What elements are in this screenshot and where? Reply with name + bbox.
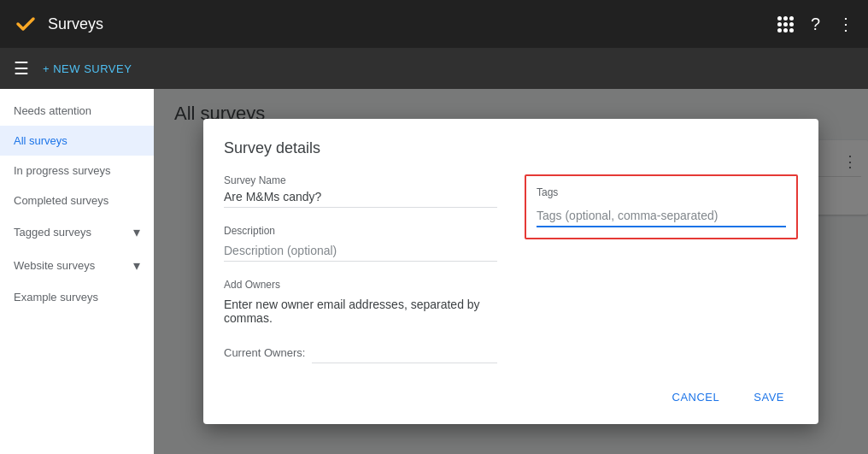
survey-name-label: Survey Name [224, 174, 497, 186]
main-layout: Needs attention All surveys In progress … [0, 89, 868, 454]
app-title: Surveys [48, 15, 767, 33]
tags-box: Tags [525, 174, 798, 239]
sidebar-item-label: Tagged surveys [14, 226, 91, 239]
sidebar-item-in-progress[interactable]: In progress surveys [0, 156, 154, 186]
help-icon[interactable]: ? [811, 15, 820, 34]
current-owners-row: Current Owners: [224, 342, 497, 363]
tags-label: Tags [537, 186, 786, 198]
sidebar-item-example[interactable]: Example surveys [0, 282, 154, 312]
sidebar-item-label: Needs attention [14, 104, 91, 117]
top-bar-icons: ? ⋮ [777, 14, 854, 34]
dialog-title: Survey details [224, 139, 798, 157]
current-owners-input[interactable] [312, 342, 497, 363]
save-button[interactable]: SAVE [740, 384, 798, 410]
sidebar-item-tagged[interactable]: Tagged surveys ▾ [0, 215, 154, 249]
sidebar-item-label: Website surveys [14, 259, 95, 272]
sidebar-item-website[interactable]: Website surveys ▾ [0, 249, 154, 282]
new-survey-button[interactable]: + NEW SURVEY [43, 62, 132, 75]
description-input[interactable] [224, 240, 497, 262]
description-label: Description [224, 225, 497, 237]
sidebar-item-label: Example surveys [14, 291, 98, 304]
add-owners-field-group: Add Owners Enter new owner email address… [224, 279, 497, 363]
sidebar-item-label: All surveys [14, 134, 67, 147]
sidebar-item-completed[interactable]: Completed surveys [0, 186, 154, 215]
sidebar-item-label: Completed surveys [14, 194, 108, 207]
chevron-down-icon: ▾ [133, 224, 140, 240]
apps-icon[interactable] [777, 16, 794, 32]
sidebar: Needs attention All surveys In progress … [0, 89, 154, 454]
sidebar-item-all-surveys[interactable]: All surveys [0, 126, 154, 156]
add-owners-label: Add Owners [224, 279, 497, 291]
hamburger-icon[interactable]: ☰ [14, 58, 29, 79]
cancel-button[interactable]: CANCEL [659, 384, 734, 410]
app-logo [14, 12, 38, 36]
survey-name-field-group: Survey Name Are M&Ms candy? [224, 174, 497, 208]
add-owners-hint: Enter new owner email addresses, separat… [224, 298, 497, 325]
survey-details-dialog: Survey details Survey Name Are M&Ms cand… [203, 119, 818, 424]
sidebar-item-label: In progress surveys [14, 164, 110, 177]
survey-name-value: Are M&Ms candy? [224, 190, 497, 208]
content-area: All surveys un uled ⋮ ‹ › Survey details [154, 89, 868, 454]
sub-nav: ☰ + NEW SURVEY [0, 48, 868, 89]
modal-overlay: Survey details Survey Name Are M&Ms cand… [154, 89, 868, 454]
dialog-right-column: Tags [525, 174, 798, 363]
dialog-footer: CANCEL SAVE [224, 370, 798, 410]
tags-input[interactable] [537, 205, 786, 227]
current-owners-label: Current Owners: [224, 346, 305, 359]
description-field-group: Description [224, 225, 497, 262]
sidebar-item-needs-attention[interactable]: Needs attention [0, 96, 154, 126]
top-bar: Surveys ? ⋮ [0, 0, 868, 48]
more-icon[interactable]: ⋮ [837, 14, 854, 34]
dialog-body: Survey Name Are M&Ms candy? Description … [224, 174, 798, 363]
chevron-down-icon: ▾ [133, 257, 140, 274]
dialog-left-column: Survey Name Are M&Ms candy? Description … [224, 174, 497, 363]
